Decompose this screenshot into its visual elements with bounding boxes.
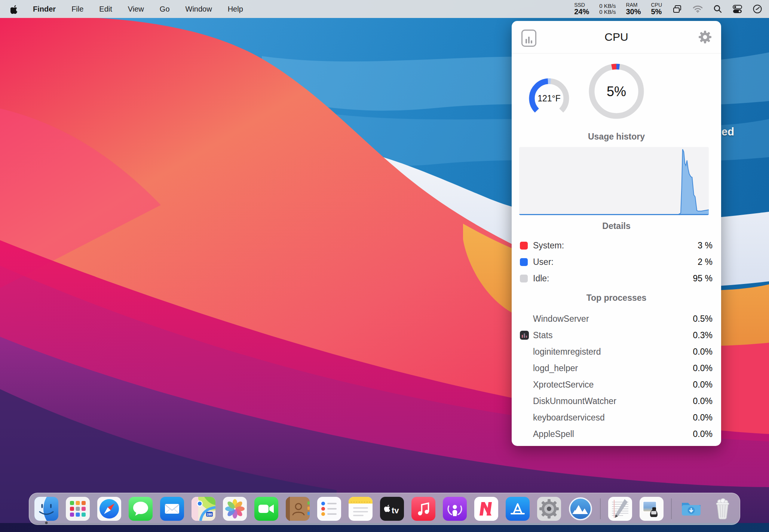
details-title: Details xyxy=(512,221,721,231)
menu-bar-status: SSD 24% 0 KB/s 0 KB/s RAM 30% CPU 5% xyxy=(574,2,769,16)
dock-divider xyxy=(600,498,601,519)
detail-label: Idle: xyxy=(533,273,549,284)
menu-file[interactable]: File xyxy=(64,5,91,13)
dock-item-mountain-app[interactable] xyxy=(569,497,592,521)
network-status[interactable]: 0 KB/s 0 KB/s xyxy=(599,3,616,15)
stats-app-icon xyxy=(520,331,529,340)
detail-row-idle: Idle: 95 % xyxy=(512,270,721,287)
dock-item-trash[interactable] xyxy=(711,497,735,521)
process-row: logd_helper 0.0% xyxy=(512,360,721,376)
process-name: AppleSpell xyxy=(533,429,574,439)
dock-item-messages[interactable] xyxy=(129,497,153,521)
process-name: Stats xyxy=(533,330,552,340)
stats-cpu-popover: CPU 121°F xyxy=(512,21,721,446)
ssd-value: 24% xyxy=(574,8,589,16)
process-name: XprotectService xyxy=(533,380,594,390)
ssd-label: SSD xyxy=(574,2,589,8)
process-row: XprotectService 0.0% xyxy=(512,376,721,393)
dock: 280 xyxy=(29,493,740,525)
usage-percent-value: 5% xyxy=(607,84,626,99)
net-down-value: 0 KB/s xyxy=(599,9,616,15)
dock-item-contacts[interactable] xyxy=(286,497,310,521)
usage-donut-gauge: 5% xyxy=(588,63,644,119)
cpu-value: 5% xyxy=(651,8,662,16)
svg-text:280: 280 xyxy=(207,513,212,516)
temperature-gauge: 121°F xyxy=(528,77,570,120)
menu-window[interactable]: Window xyxy=(178,5,220,13)
process-value: 0.0% xyxy=(693,429,713,439)
ram-status[interactable]: RAM 30% xyxy=(626,2,641,16)
process-value: 0.3% xyxy=(693,330,713,340)
menu-edit[interactable]: Edit xyxy=(91,5,120,13)
panel-title: CPU xyxy=(512,21,721,53)
dock-item-downloads[interactable] xyxy=(679,497,703,521)
process-row: keyboardservicesd 0.0% xyxy=(512,409,721,426)
ssd-status[interactable]: SSD 24% xyxy=(574,2,589,16)
dock-item-launchpad[interactable] xyxy=(66,497,90,521)
settings-gear-icon[interactable] xyxy=(698,30,712,44)
dock-item-reminders[interactable] xyxy=(317,497,341,521)
process-name: WindowServer xyxy=(533,314,589,324)
dock-item-preview[interactable] xyxy=(640,497,664,521)
process-name: keyboardservicesd xyxy=(533,413,605,423)
dock-item-textedit[interactable] xyxy=(608,497,632,521)
temperature-value: 121°F xyxy=(537,94,561,103)
dock-item-safari[interactable] xyxy=(97,497,121,521)
dock-item-news[interactable] xyxy=(474,497,498,521)
usage-history-chart xyxy=(519,147,709,215)
dock-item-maps[interactable]: 280 xyxy=(192,497,215,521)
menu-help[interactable]: Help xyxy=(220,5,251,13)
app-menus: Finder File Edit View Go Window Help xyxy=(25,5,251,13)
dock-item-system-preferences[interactable] xyxy=(537,497,561,521)
details-list: System: 3 % User: 2 % Idle: 95 % xyxy=(512,237,721,287)
desktop-partial-label: ed xyxy=(721,126,734,138)
process-list: WindowServer 0.5% Stats 0.3% loginitemre… xyxy=(512,311,721,442)
dock-item-tv[interactable]: tv xyxy=(380,497,404,521)
user-legend-swatch xyxy=(520,258,528,266)
spotlight-search-icon[interactable] xyxy=(713,4,722,13)
ram-value: 30% xyxy=(626,8,641,16)
screen-mirroring-icon[interactable] xyxy=(672,4,682,14)
process-row: Stats 0.3% xyxy=(512,327,721,343)
process-row: loginitemregisterd 0.0% xyxy=(512,343,721,360)
dock-item-mail[interactable] xyxy=(160,497,184,521)
process-value: 0.0% xyxy=(693,347,713,357)
ram-label: RAM xyxy=(626,2,641,8)
usage-history-chart-svg xyxy=(519,147,709,215)
clock-icon[interactable] xyxy=(753,4,762,14)
top-processes-title: Top processes xyxy=(512,293,721,303)
apple-menu-icon[interactable] xyxy=(10,4,18,14)
dock-item-app-store[interactable] xyxy=(506,497,530,521)
process-value: 0.0% xyxy=(693,413,713,423)
detail-label: System: xyxy=(533,241,564,251)
dock-item-music[interactable] xyxy=(411,497,435,521)
detail-value: 3 % xyxy=(698,241,713,251)
usage-line xyxy=(519,149,709,214)
dock-item-photos[interactable] xyxy=(223,497,247,521)
system-legend-swatch xyxy=(520,242,528,250)
process-row: DiskUnmountWatcher 0.0% xyxy=(512,393,721,409)
menu-view[interactable]: View xyxy=(120,5,152,13)
dock-item-facetime[interactable] xyxy=(254,497,278,521)
dock-item-finder[interactable] xyxy=(34,497,58,521)
cpu-status[interactable]: CPU 5% xyxy=(651,2,662,16)
net-up-value: 0 KB/s xyxy=(599,3,616,9)
process-row: AppleSpell 0.0% xyxy=(512,426,721,442)
menu-finder[interactable]: Finder xyxy=(25,5,64,13)
running-indicator xyxy=(45,522,48,524)
detail-label: User: xyxy=(533,257,554,267)
detail-row-user: User: 2 % xyxy=(512,254,721,270)
control-center-icon[interactable] xyxy=(732,4,742,14)
dock-item-podcasts[interactable] xyxy=(443,497,467,521)
process-value: 0.0% xyxy=(693,363,713,373)
menu-go[interactable]: Go xyxy=(152,5,178,13)
menu-bar: Finder File Edit View Go Window Help SSD… xyxy=(0,0,769,18)
svg-text:tv: tv xyxy=(392,506,399,515)
dock-item-notes[interactable] xyxy=(349,497,373,521)
usage-history-title: Usage history xyxy=(512,132,721,142)
wifi-icon[interactable] xyxy=(692,4,703,13)
header-divider xyxy=(512,53,721,53)
process-value: 0.5% xyxy=(693,314,713,324)
detail-value: 2 % xyxy=(698,257,713,267)
detail-value: 95 % xyxy=(693,273,713,284)
